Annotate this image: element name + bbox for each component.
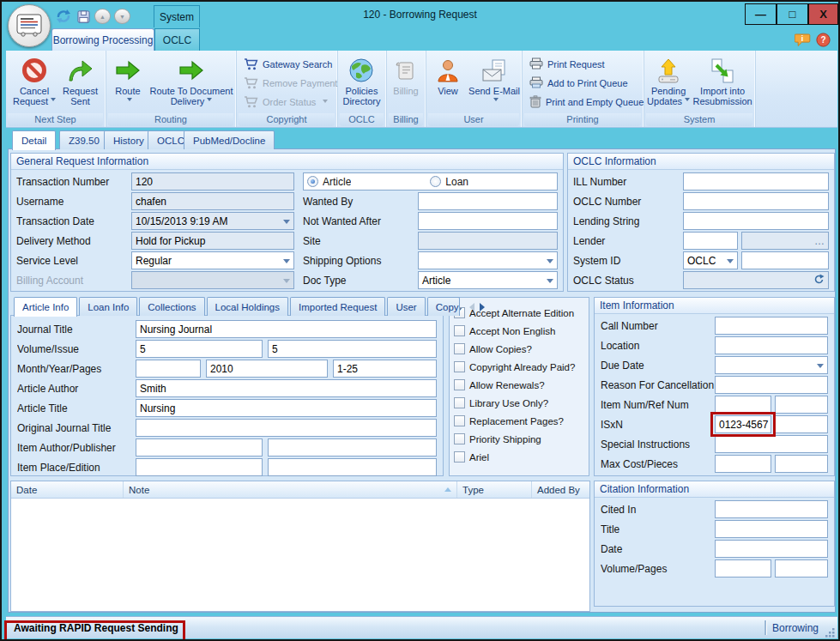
journal-title-field[interactable]: Nursing Journal [136,320,437,338]
volume-field[interactable]: 5 [136,340,263,358]
lender-browse-button[interactable]: … [741,232,829,250]
request-sent-button[interactable]: Request Sent [60,52,100,112]
replacement-pages-checkbox[interactable]: Replacement Pages? [454,412,584,430]
month-field[interactable] [136,360,201,378]
column-header-type[interactable]: Type [457,481,532,498]
route-to-document-delivery-button[interactable]: Route To Document Delivery [149,52,233,112]
save-button[interactable] [76,9,92,24]
refresh-status-icon[interactable] [813,274,825,287]
doc-type-select[interactable]: Article [418,271,558,289]
route-button[interactable]: Route [108,52,148,112]
service-level-select[interactable]: Regular [131,251,294,269]
help-button[interactable]: ? [816,33,831,50]
reason-for-cancellation-field[interactable] [715,376,828,394]
lending-string-field[interactable] [683,212,829,230]
special-instructions-field[interactable] [715,435,828,453]
citation-pages-field[interactable] [775,559,828,578]
ariel-checkbox[interactable]: Ariel [454,448,584,466]
publisher-field[interactable] [268,438,437,457]
loan-radio[interactable] [430,176,441,187]
original-journal-title-field[interactable] [136,419,437,437]
article-title-field[interactable]: Nursing [136,399,437,417]
add-to-print-queue-button[interactable]: Add to Print Queue [528,75,638,92]
due-date-select[interactable] [715,356,828,374]
cited-in-field[interactable] [715,500,828,518]
close-button[interactable]: X [808,3,838,25]
tab-article-info[interactable]: Article Info [14,297,77,317]
citation-volume-field[interactable] [715,559,771,578]
article-radio[interactable] [307,176,318,187]
copyright-already-paid-checkbox[interactable]: Copyright Already Paid? [454,358,584,376]
accept-non-english-checkbox[interactable]: Accept Non English [454,322,584,340]
item-place-field[interactable] [136,458,263,476]
shipping-options-select[interactable] [418,251,558,269]
system-id-value-field[interactable] [741,251,829,269]
tab-pubmed-docline[interactable]: PubMed/Docline [184,130,275,149]
column-header-date[interactable]: Date [11,481,124,498]
allow-renewals-checkbox[interactable]: Allow Renewals? [454,376,584,394]
tab-copyright-truncated[interactable]: Copy [427,297,460,316]
allow-copies-checkbox[interactable]: Allow Copies? [454,340,584,358]
tab-borrowing-processing[interactable]: Borrowing Processing [51,28,154,51]
maximize-button[interactable]: □ [777,3,808,25]
print-and-empty-queue-button[interactable]: Print and Empty Queue [528,94,638,111]
previous-request-button[interactable]: ▲ [94,9,111,24]
tab-collections[interactable]: Collections [139,297,204,316]
oclc-number-field[interactable] [683,192,829,210]
call-number-field[interactable] [715,317,828,335]
view-user-button[interactable]: View [428,52,468,112]
library-use-only-checkbox[interactable]: Library Use Only? [454,394,584,412]
lender-field[interactable] [683,232,738,250]
print-request-button[interactable]: Print Request [528,56,638,73]
tab-system[interactable]: System [154,5,200,27]
gateway-search-button[interactable]: Gateway Search [242,56,331,73]
item-tab-strip: Article Info Loan Info Collections Local… [14,297,489,317]
resize-grip[interactable] [824,625,836,638]
ill-number-field[interactable] [683,172,829,190]
isxn-secondary-field[interactable] [775,415,828,433]
article-author-field[interactable]: Smith [136,379,437,397]
tab-detail[interactable]: Detail [12,130,56,150]
feedback-button[interactable]: i [795,33,811,50]
policies-directory-button[interactable]: Policies Directory [340,52,383,112]
item-author-field[interactable] [136,438,263,457]
max-cost-field[interactable] [715,455,771,473]
username-field: chafen [131,192,294,210]
item-num-field[interactable] [715,396,771,414]
refresh-button[interactable] [55,9,71,24]
tab-z3950[interactable]: Z39.50 [59,130,109,149]
tab-imported-request[interactable]: Imported Request [290,297,385,316]
priority-shipping-checkbox[interactable]: Priority Shipping [454,430,584,448]
pending-updates-button[interactable]: Pending Updates [646,52,691,112]
citation-date-field[interactable] [715,540,828,558]
import-into-resubmission-button[interactable]: Import into Resubmission [692,52,752,112]
year-field[interactable]: 2010 [206,360,328,378]
cancel-request-button[interactable]: Cancel Request [10,52,58,112]
citation-title-field[interactable] [715,520,828,538]
not-wanted-after-field[interactable] [418,212,558,230]
edition-field[interactable] [268,458,437,476]
system-id-select[interactable]: OCLC [683,251,738,269]
location-field[interactable] [715,336,828,354]
ref-num-field[interactable] [775,396,828,414]
wanted-by-field[interactable] [418,192,558,210]
tab-oclc-ribbon[interactable]: OCLC [154,28,200,51]
tab-scroll-left-icon[interactable] [465,303,474,311]
pieces-field[interactable] [775,455,828,473]
app-icon[interactable] [8,4,51,47]
tab-local-holdings[interactable]: Local Holdings [207,297,288,316]
pages-field[interactable]: 1-25 [333,360,437,378]
tab-loan-info[interactable]: Loan Info [79,297,137,316]
group-title-billing: Billing [389,113,423,126]
column-header-note[interactable]: Note [124,481,457,498]
minimize-button[interactable]: — [745,3,777,25]
tab-scroll-right-icon[interactable] [480,303,489,311]
tab-user[interactable]: User [387,297,425,316]
tab-history[interactable]: History [104,130,154,149]
next-request-button[interactable]: ▼ [114,9,130,24]
transaction-date-field[interactable]: 10/15/2013 9:19 AM [131,212,294,230]
column-header-added-by[interactable]: Added By [532,481,589,498]
send-email-button[interactable]: Send E-Mail [469,52,519,112]
issue-field[interactable]: 5 [268,340,437,358]
isxn-field[interactable]: 0123-4567 [715,415,771,433]
